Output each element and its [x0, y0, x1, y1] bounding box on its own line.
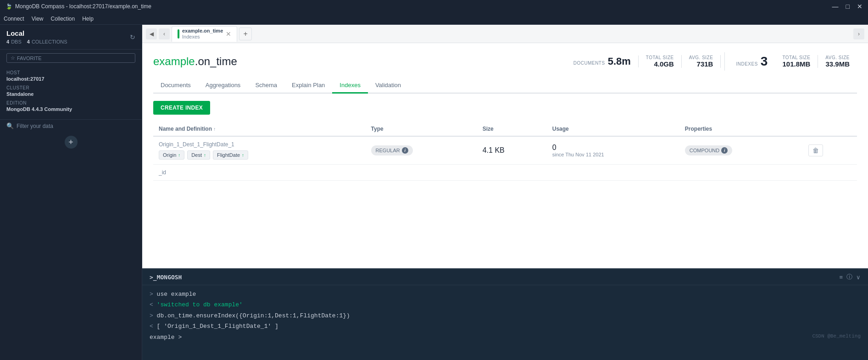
usage-count: 0 [552, 144, 674, 152]
tab-nav-back[interactable]: ‹ [159, 28, 170, 39]
table-body: Origin_1_Dest_1_FlightDate_1 Origin ↑ De… [153, 136, 857, 181]
total-size-value: 4.0GB [646, 60, 674, 68]
documents-label: DOCUMENTS [573, 61, 605, 66]
compound-info-icon[interactable]: i [721, 147, 728, 154]
minimize-button[interactable]: — [832, 3, 839, 10]
search-icon: 🔍 [6, 122, 14, 129]
tab-content: example.on_time Indexes [182, 28, 223, 40]
shell-info-icon[interactable]: ⓘ [846, 273, 852, 281]
indexes-label: INDEXES [736, 61, 757, 66]
maximize-button[interactable]: □ [846, 3, 850, 10]
index-actions-cell: 🗑 [803, 136, 857, 165]
close-button[interactable]: ✕ [857, 3, 862, 10]
tab-indexes[interactable]: Indexes [332, 78, 368, 94]
tab-nav-right[interactable]: › [853, 28, 864, 39]
type-info-icon[interactable]: i [402, 147, 408, 154]
collection-name-green: example [153, 55, 195, 67]
shell-expand-icon[interactable]: ∨ [856, 274, 861, 281]
documents-value: 5.8m [608, 55, 631, 67]
stat-divider [724, 52, 725, 71]
table-header: Name and Definition ↑ Type Size Usage Pr… [153, 122, 857, 136]
edition-label: EDITION [6, 100, 135, 105]
menu-view[interactable]: View [32, 16, 44, 22]
usage-since: since Thu Nov 11 2021 [552, 152, 674, 157]
cluster-label: CLUSTER [6, 85, 135, 90]
shell-cmd-2: db.on_time.ensureIndex({Origin:1,Dest:1,… [157, 312, 350, 319]
delete-index-button[interactable]: 🗑 [808, 144, 823, 156]
th-name: Name and Definition ↑ [153, 122, 366, 136]
arrow-icon-dest: ↑ [204, 153, 206, 158]
shell-watermark: CSDN @Be_melting [812, 332, 861, 341]
indexes-value: 3 [761, 54, 768, 69]
index-table: Name and Definition ↑ Type Size Usage Pr… [153, 122, 857, 181]
collections-count: 4 [27, 39, 30, 44]
tab-validation[interactable]: Validation [368, 78, 408, 94]
dbs-count: 4 [6, 39, 9, 44]
mongodb-logo-icon: 🍃 [6, 3, 12, 10]
table-row-partial: _id [153, 165, 857, 181]
collection-header: example.on_time DOCUMENTS 5.8m TOTAL SIZ… [153, 52, 857, 71]
sort-icon[interactable]: ↑ [213, 127, 216, 132]
th-usage: Usage [547, 122, 679, 136]
index-usage-cell: 0 since Thu Nov 11 2021 [547, 136, 679, 165]
tab-bar-end: › [853, 28, 864, 39]
total-size-stat: TOTAL SIZE 4.0GB [639, 55, 682, 68]
refresh-button[interactable]: ↻ [130, 33, 135, 41]
collections-count-item: 4 COLLECTIONS [27, 39, 67, 44]
indexes-avg-size-stat: AVG. SIZE 33.9MB [818, 55, 857, 68]
avg-size-label: AVG. SIZE [689, 55, 713, 60]
index-size-cell: 4.1 KB [477, 136, 547, 165]
host-value: localhost:27017 [6, 76, 135, 82]
shell-output-marker-1: < [150, 301, 157, 308]
collection-name-dark: .on_time [195, 55, 237, 67]
window-title: MongoDB Compass - localhost:27017/exampl… [15, 3, 151, 10]
field-name-origin: Origin [163, 152, 176, 158]
th-name-label: Name and Definition [159, 126, 212, 132]
shell-prompt-2: > [150, 312, 157, 319]
tab-accent-bar [178, 29, 179, 39]
shell-body: > use example < 'switched to db example'… [142, 285, 868, 346]
tab-nav-left[interactable]: ◀ [146, 28, 157, 39]
compound-label: COMPOUND [690, 148, 719, 153]
table-row: Origin_1_Dest_1_FlightDate_1 Origin ↑ De… [153, 136, 857, 165]
shell-header: >_MONGOSH ≡ ⓘ ∨ [142, 269, 868, 285]
favorite-star-icon: ☆ [11, 55, 15, 61]
tab-documents[interactable]: Documents [153, 78, 198, 94]
tab-close-button[interactable]: ✕ [226, 31, 231, 37]
shell-line-3: > db.on_time.ensureIndex({Origin:1,Dest:… [150, 310, 861, 321]
tab-explain-plan[interactable]: Explain Plan [284, 78, 332, 94]
field-tag-flightdate: FlightDate ↑ [213, 150, 248, 160]
filter-input[interactable] [17, 123, 135, 129]
shell-cmd-1: use example [157, 291, 196, 298]
create-index-button[interactable]: CREATE INDEX [153, 101, 210, 115]
favorite-button[interactable]: ☆ FAVORITE [6, 53, 135, 63]
sidebar: Local 4 DBS 4 COLLECTIONS ↻ ☆ FAVORITE [0, 25, 142, 360]
dbs-count-item: 4 DBS [6, 39, 22, 44]
indexes-stat: INDEXES 3 [729, 54, 775, 69]
menu-collection[interactable]: Collection [51, 16, 75, 22]
sidebar-title: Local [6, 29, 67, 37]
menu-help[interactable]: Help [82, 16, 94, 22]
content-area: ◀ ‹ example.on_time Indexes ✕ + › exampl… [142, 25, 868, 360]
shell-prompt-current: example > [150, 334, 182, 341]
arrow-icon-flightdate: ↑ [242, 153, 244, 158]
dbs-label: DBS [11, 39, 22, 44]
avg-size-value: 731B [689, 60, 713, 68]
add-tab-button[interactable]: + [239, 28, 252, 40]
indexes-avg-size-label: AVG. SIZE [825, 55, 850, 60]
main-content: example.on_time DOCUMENTS 5.8m TOTAL SIZ… [142, 43, 868, 268]
shell-line-5: example > CSDN @Be_melting [150, 332, 861, 343]
indexes-total-size-value: 101.8MB [782, 60, 810, 68]
shell-output-marker-2: < [150, 323, 157, 330]
id-cell: _id [153, 165, 366, 181]
shell-controls: ≡ ⓘ ∨ [839, 273, 861, 281]
menu-connect[interactable]: Connect [4, 16, 24, 22]
tab-aggregations[interactable]: Aggregations [198, 78, 248, 94]
tab-subtitle: Indexes [182, 34, 223, 40]
tab-bar: ◀ ‹ example.on_time Indexes ✕ + › [142, 25, 868, 43]
tab-indexes[interactable]: example.on_time Indexes ✕ [172, 26, 237, 42]
indexes-avg-size-value: 33.9MB [825, 60, 850, 68]
add-connection-button[interactable]: + [65, 136, 78, 149]
shell-prompt-1: > [150, 291, 157, 298]
tab-schema[interactable]: Schema [248, 78, 284, 94]
